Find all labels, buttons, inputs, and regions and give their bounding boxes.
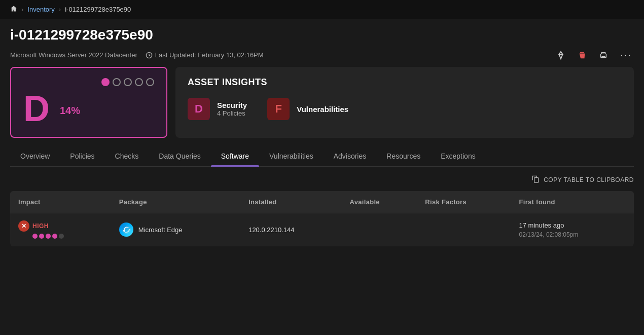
- col-first-found: First found: [511, 191, 634, 213]
- os-label: Microsoft Windows Server 2022 Datacenter: [10, 51, 137, 59]
- table-toolbar: COPY TABLE TO CLIPBOARD: [10, 175, 634, 185]
- copy-button-label: COPY TABLE TO CLIPBOARD: [544, 176, 634, 183]
- asset-insights-panel: ASSET INSIGHTS D Security 4 Policies F V…: [175, 67, 634, 138]
- tab-policies[interactable]: Policies: [60, 146, 104, 166]
- page-meta-left: Microsoft Windows Server 2022 Datacenter…: [10, 51, 264, 59]
- first-found-relative: 17 minutes ago: [519, 221, 626, 229]
- page-title: i-0121299728e375e90: [10, 27, 634, 43]
- idot-5: [59, 234, 64, 239]
- impact-cell: ✕ HIGH: [10, 213, 111, 246]
- main-content: D 14% ASSET INSIGHTS D Security 4 Polici…: [0, 67, 644, 246]
- first-found-absolute: 02/13/24, 02:08:05pm: [519, 231, 626, 238]
- package-name: Microsoft Edge: [138, 226, 183, 234]
- tab-overview[interactable]: Overview: [10, 146, 60, 166]
- impact-x-icon: ✕: [18, 220, 29, 232]
- tabs-bar: Overview Policies Checks Data Queries So…: [10, 146, 634, 167]
- col-impact: Impact: [10, 191, 111, 213]
- edge-icon: [119, 222, 133, 237]
- page-meta: Microsoft Windows Server 2022 Datacenter…: [10, 47, 634, 63]
- first-found-cell: 17 minutes ago 02/13/24, 02:08:05pm: [511, 213, 634, 246]
- col-package: Package: [111, 191, 240, 213]
- page-header: i-0121299728e375e90 Microsoft Windows Se…: [0, 19, 644, 67]
- breadcrumb-current: i-0121299728e375e90: [65, 6, 131, 13]
- svg-rect-4: [601, 54, 606, 57]
- breadcrumb-inventory[interactable]: Inventory: [27, 6, 54, 13]
- available-cell: [342, 213, 417, 246]
- col-risk-factors: Risk Factors: [417, 191, 511, 213]
- table-area: COPY TABLE TO CLIPBOARD Impact Package I…: [10, 175, 634, 246]
- home-icon[interactable]: [10, 5, 17, 14]
- table-row: ✕ HIGH: [10, 213, 634, 246]
- dot-2: [113, 78, 121, 86]
- security-sub: 4 Policies: [217, 109, 247, 117]
- table-header: Impact Package Installed Available Risk …: [10, 191, 634, 213]
- svg-rect-2: [582, 55, 583, 57]
- security-name: Security: [217, 101, 247, 109]
- package-cell: Microsoft Edge: [111, 213, 240, 246]
- tab-vulnerabilities[interactable]: Vulnerabilities: [259, 146, 324, 166]
- idot-4: [52, 234, 57, 239]
- tab-checks[interactable]: Checks: [105, 146, 149, 166]
- diamond-button[interactable]: [554, 49, 567, 62]
- impact-label: HIGH: [32, 222, 49, 230]
- software-table: Impact Package Installed Available Risk …: [10, 191, 634, 246]
- score-percent: 14%: [60, 99, 80, 118]
- insights-items: D Security 4 Policies F Vulnerabilities: [188, 98, 622, 120]
- dot-3: [124, 78, 132, 86]
- svg-rect-1: [581, 55, 581, 57]
- tab-software[interactable]: Software: [211, 146, 259, 166]
- print-button[interactable]: [597, 49, 610, 62]
- idot-1: [32, 234, 38, 239]
- tab-resources[interactable]: Resources: [376, 146, 431, 166]
- dot-4: [135, 78, 143, 86]
- table-body: ✕ HIGH: [10, 213, 634, 246]
- col-available: Available: [342, 191, 417, 213]
- copy-icon: [531, 175, 540, 185]
- breadcrumb-separator-2: ›: [59, 6, 61, 13]
- security-badge: D: [188, 98, 210, 120]
- security-info: Security 4 Policies: [217, 101, 247, 117]
- dot-5: [146, 78, 154, 86]
- page-meta-right: ···: [554, 47, 634, 63]
- tab-data-queries[interactable]: Data Queries: [149, 146, 210, 166]
- copy-table-button[interactable]: COPY TABLE TO CLIPBOARD: [531, 175, 634, 185]
- vuln-info: Vulnerabilities: [297, 105, 348, 114]
- insight-vulnerabilities: F Vulnerabilities: [267, 98, 348, 120]
- score-dots: [101, 78, 154, 86]
- tab-advisories[interactable]: Advisories: [324, 146, 377, 166]
- tab-exceptions[interactable]: Exceptions: [431, 146, 485, 166]
- impact-dots: [32, 234, 103, 239]
- last-updated: Last Updated: February 13, 02:16PM: [146, 51, 264, 59]
- more-button[interactable]: ···: [618, 47, 634, 63]
- col-installed: Installed: [240, 191, 341, 213]
- idot-2: [39, 234, 44, 239]
- insights-row: D 14% ASSET INSIGHTS D Security 4 Polici…: [10, 67, 634, 138]
- breadcrumb-separator-1: ›: [21, 6, 23, 13]
- percent-symbol: %: [71, 105, 80, 116]
- dot-1: [101, 78, 110, 86]
- score-body: D 14%: [23, 90, 154, 127]
- score-card: D 14%: [10, 67, 167, 138]
- risk-factors-cell: [417, 213, 511, 246]
- score-grade: D: [23, 90, 50, 127]
- asset-insights-title: ASSET INSIGHTS: [188, 77, 622, 88]
- installed-cell: 120.0.2210.144: [240, 213, 341, 246]
- breadcrumb: › Inventory › i-0121299728e375e90: [0, 0, 644, 19]
- insight-security: D Security 4 Policies: [188, 98, 247, 120]
- svg-rect-3: [584, 55, 584, 57]
- vuln-badge: F: [267, 98, 290, 120]
- vuln-name: Vulnerabilities: [297, 105, 348, 114]
- delete-button[interactable]: [576, 49, 589, 62]
- idot-3: [46, 234, 51, 239]
- svg-rect-5: [534, 178, 539, 183]
